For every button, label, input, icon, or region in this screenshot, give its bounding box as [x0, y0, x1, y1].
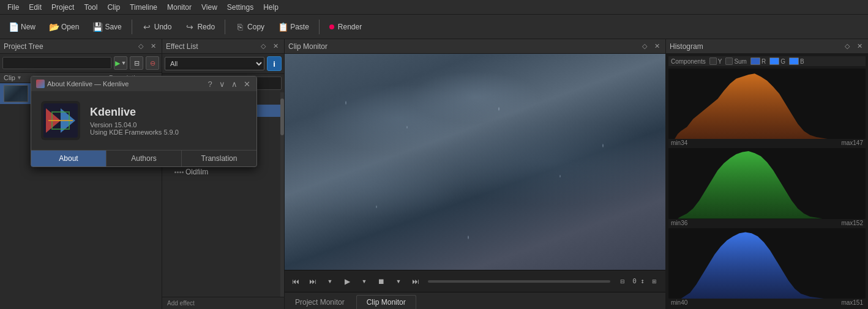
about-tab-translation[interactable]: Translation — [182, 151, 256, 166]
histogram-b-section: min 40 max 151 — [668, 228, 866, 307]
monitor-play-button[interactable]: ▶ — [340, 274, 354, 289]
menu-edit[interactable]: Edit — [24, 2, 47, 13]
open-button[interactable]: 📂 Open — [43, 20, 85, 34]
menu-clip[interactable]: Clip — [102, 2, 125, 13]
redo-button[interactable]: ↪ Redo — [179, 20, 221, 34]
menu-view[interactable]: View — [196, 2, 222, 13]
clip-monitor-settings-icon[interactable]: ◇ — [640, 42, 649, 51]
monitor-progress-bar[interactable] — [428, 280, 610, 283]
monitor-prev-frame-button[interactable]: ⏭ — [305, 274, 320, 289]
histo-sum-checkbox[interactable] — [725, 58, 733, 65]
main-content: Project Tree ◇ ✕ ▶ ▼ ⊟ ⊖ Clip ▼ Descript… — [0, 39, 868, 309]
histo-r-check[interactable]: R — [750, 58, 766, 65]
redo-icon: ↪ — [185, 22, 195, 32]
effect-item-oldfilm-icon — [174, 168, 183, 176]
effect-info-button[interactable]: i — [267, 56, 282, 71]
g-min-label: min — [671, 220, 681, 226]
effect-list-settings-icon[interactable]: ◇ — [258, 42, 268, 51]
project-tree-close-icon[interactable]: ✕ — [148, 42, 158, 51]
histogram-header: Histogram ◇ ✕ — [666, 39, 868, 54]
monitor-zoom-in-icon[interactable]: ⊞ — [647, 274, 662, 289]
effect-dots-icon4 — [174, 171, 184, 173]
new-icon: 📄 — [9, 22, 18, 32]
histo-r-color[interactable] — [750, 58, 760, 65]
menu-project[interactable]: Project — [47, 2, 79, 13]
menu-timeline[interactable]: Timeline — [125, 2, 162, 13]
project-tree-settings-icon[interactable]: ◇ — [136, 42, 146, 51]
about-help-icon[interactable]: ? — [205, 79, 215, 89]
project-tree-search[interactable] — [2, 57, 111, 69]
save-button[interactable]: 💾 Save — [86, 20, 127, 34]
b-max-label: max — [841, 299, 853, 306]
effect-scrollbar[interactable] — [280, 92, 284, 297]
histo-g-color[interactable] — [769, 58, 779, 65]
monitor-stop-button[interactable]: ⏹ — [374, 274, 389, 289]
histo-y-checkbox[interactable] — [709, 58, 717, 65]
clip-monitor-panel: Clip Monitor ◇ ✕ ⏮ ⏭ ▼ ▶ ▼ ⏹ ▼ ⏭ ⊟ 0 ↕ ⊞… — [285, 39, 666, 309]
menu-help[interactable]: Help — [258, 2, 283, 13]
project-tree-title: Project Tree — [4, 42, 133, 51]
monitor-zoom-out-icon[interactable]: ⊟ — [615, 274, 630, 289]
histogram-title: Histogram — [670, 42, 840, 51]
effect-item-oldfilm[interactable]: Oldfilm — [162, 166, 284, 178]
effect-list-header: Effect List ◇ ✕ — [162, 39, 284, 54]
histo-b-color[interactable] — [789, 58, 799, 65]
menu-settings[interactable]: Settings — [222, 2, 258, 13]
project-tree-header: Project Tree ◇ ✕ — [0, 39, 162, 54]
open-icon: 📂 — [49, 22, 59, 32]
toolbar: 📄 New 📂 Open 💾 Save ↩ Undo ↪ Redo ⎘ Copy… — [0, 15, 868, 39]
histogram-b-svg — [668, 228, 866, 299]
clip-monitor-close-icon[interactable]: ✕ — [652, 42, 662, 51]
effect-list-close-icon[interactable]: ✕ — [271, 42, 280, 51]
sep-3 — [319, 20, 320, 34]
add-effect-link[interactable]: Add effect — [162, 297, 284, 309]
undo-label: Undo — [154, 23, 172, 31]
new-button[interactable]: 📄 New — [2, 20, 42, 34]
paste-label: Paste — [290, 23, 309, 31]
open-label: Open — [61, 23, 79, 31]
clip-monitor-video — [285, 54, 665, 270]
render-button[interactable]: Render — [323, 20, 368, 34]
monitor-next-frame-button[interactable]: ⏭ — [408, 274, 423, 289]
clip-properties-button[interactable]: ⊟ — [130, 56, 143, 70]
about-tabs: About Authors Translation — [31, 150, 256, 166]
b-max-val: 151 — [853, 299, 863, 306]
undo-icon: ↩ — [142, 22, 152, 32]
menu-monitor[interactable]: Monitor — [162, 2, 196, 13]
about-tab-authors[interactable]: Authors — [107, 151, 182, 166]
about-app-name: Kdenlive — [90, 106, 179, 119]
about-maximize-icon[interactable]: ∧ — [230, 79, 239, 89]
tab-clip-monitor[interactable]: Clip Monitor — [356, 295, 416, 309]
about-close-icon[interactable]: ✕ — [242, 79, 252, 89]
effect-filter-select[interactable]: All Video Audio — [165, 57, 264, 70]
project-tree-panel: Project Tree ◇ ✕ ▶ ▼ ⊟ ⊖ Clip ▼ Descript… — [0, 39, 162, 309]
effect-list-title: Effect List — [166, 42, 256, 51]
paste-button[interactable]: 📋 Paste — [272, 20, 315, 34]
histo-y-check[interactable]: Y — [709, 58, 722, 65]
menu-tool[interactable]: Tool — [79, 2, 102, 13]
about-tab-about[interactable]: About — [31, 151, 107, 166]
monitor-to-start-button[interactable]: ⏮ — [288, 274, 303, 289]
add-clip-button[interactable]: ▶ ▼ — [114, 56, 127, 70]
histo-sum-check[interactable]: Sum — [725, 58, 747, 65]
about-minimize-icon[interactable]: ∨ — [217, 79, 227, 89]
copy-button[interactable]: ⎘ Copy — [229, 20, 271, 34]
histo-g-check[interactable]: G — [769, 58, 785, 65]
about-dialog-title: About Kdenlive — Kdenlive — [47, 80, 203, 87]
monitor-options-button[interactable]: ▼ — [323, 274, 337, 289]
about-app-icon — [36, 80, 45, 88]
menu-file[interactable]: File — [2, 2, 24, 13]
histo-b-check[interactable]: B — [789, 58, 804, 65]
histogram-r-minmax: min 34 max 147 — [668, 139, 866, 147]
r-max-label: max — [841, 140, 853, 146]
histogram-close-icon[interactable]: ✕ — [855, 42, 864, 51]
about-titlebar: About Kdenlive — Kdenlive ? ∨ ∧ ✕ — [31, 76, 256, 91]
tab-project-monitor[interactable]: Project Monitor — [285, 295, 355, 309]
histogram-settings-icon[interactable]: ◇ — [842, 42, 852, 51]
clip-monitor-header: Clip Monitor ◇ ✕ — [285, 39, 665, 54]
undo-button[interactable]: ↩ Undo — [136, 20, 178, 34]
r-max-val: 147 — [853, 140, 863, 146]
monitor-loop-button[interactable]: ▼ — [357, 274, 372, 289]
remove-clip-button[interactable]: ⊖ — [146, 56, 159, 70]
monitor-extra-button[interactable]: ▼ — [391, 274, 406, 289]
